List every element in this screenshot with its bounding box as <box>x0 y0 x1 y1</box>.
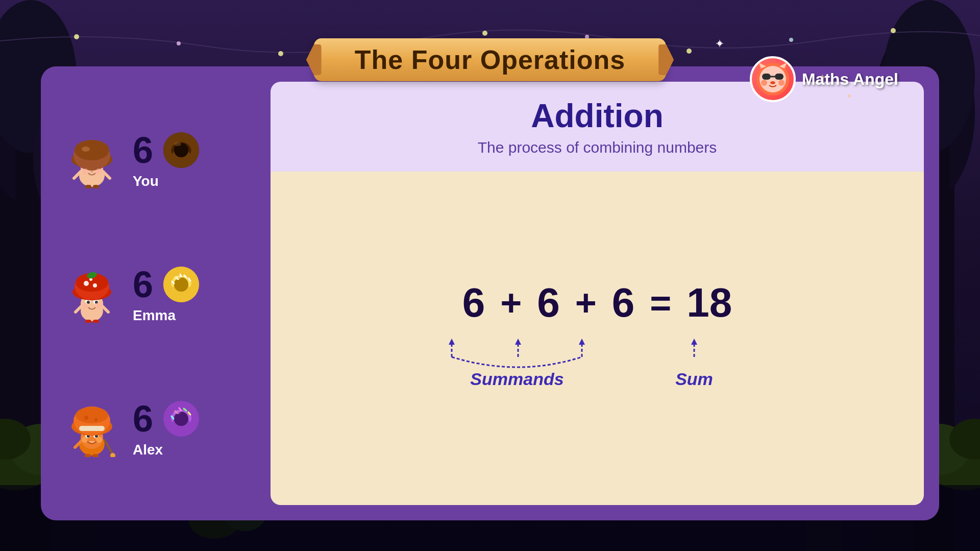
svg-point-46 <box>778 80 785 86</box>
svg-point-89 <box>95 302 102 308</box>
svg-rect-60 <box>85 185 91 188</box>
name-alex: Alex <box>133 442 163 458</box>
page-title: The Four Operations <box>355 44 625 75</box>
svg-point-112 <box>84 416 88 420</box>
svg-point-88 <box>82 302 88 308</box>
left-panel: 6 You <box>56 82 255 505</box>
svg-rect-90 <box>85 320 91 323</box>
eq-num1: 6 <box>462 279 485 326</box>
character-info-emma: 6 <box>133 263 202 324</box>
name-you: You <box>133 173 159 189</box>
svg-point-118 <box>96 437 102 443</box>
avatar-alex <box>61 397 122 459</box>
svg-line-114 <box>105 440 113 454</box>
addition-title: Addition <box>291 97 903 135</box>
svg-point-130 <box>174 410 181 414</box>
count-emma: 6 <box>133 263 153 305</box>
count-alex: 6 <box>133 398 153 440</box>
eq-result: 18 <box>687 279 732 326</box>
svg-rect-120 <box>92 454 99 457</box>
right-panel: Addition The process of combining number… <box>271 82 924 505</box>
svg-point-82 <box>84 281 89 286</box>
svg-marker-134 <box>515 339 521 345</box>
svg-rect-61 <box>93 185 99 188</box>
svg-point-113 <box>94 418 97 421</box>
svg-rect-119 <box>85 454 91 457</box>
svg-line-100 <box>180 274 181 277</box>
svg-point-101 <box>174 276 181 280</box>
donut-you <box>161 130 202 171</box>
main-card: The Four Operations <box>41 66 939 520</box>
svg-point-117 <box>82 437 88 443</box>
svg-point-62 <box>82 169 88 175</box>
addition-body: 6 + 6 + 6 = 18 <box>271 172 924 505</box>
svg-text:Sum: Sum <box>675 369 713 389</box>
eq-op1: + <box>500 282 522 324</box>
svg-text:Summands: Summands <box>470 369 564 389</box>
name-emma: Emma <box>133 307 176 324</box>
svg-point-115 <box>110 453 115 457</box>
svg-rect-91 <box>93 320 99 323</box>
svg-rect-42 <box>775 74 783 80</box>
logo-icon <box>750 56 796 102</box>
svg-marker-139 <box>691 339 697 345</box>
avatar-you <box>61 129 122 190</box>
svg-rect-41 <box>762 74 771 80</box>
svg-point-53 <box>90 171 93 173</box>
svg-point-56 <box>75 140 109 160</box>
svg-rect-111 <box>79 426 105 431</box>
equation: 6 + 6 + 6 = 18 <box>462 279 732 326</box>
svg-point-83 <box>93 283 97 288</box>
character-info-you: 6 You <box>133 129 202 189</box>
eq-equals: = <box>650 282 671 324</box>
donut-alex <box>161 398 202 439</box>
avatar-emma <box>61 263 122 324</box>
character-row-you: 6 You <box>61 129 250 190</box>
logo-text: Maths Angel <box>802 70 898 89</box>
addition-subtitle: The process of combining numbers <box>291 139 903 156</box>
count-row-you: 6 <box>133 129 202 171</box>
annotation-area: Summands Sum <box>291 337 903 398</box>
svg-point-57 <box>82 147 90 152</box>
count-row-alex: 6 <box>133 398 202 440</box>
eq-num2: 6 <box>537 279 560 326</box>
donut-emma <box>161 264 202 305</box>
svg-point-63 <box>95 169 102 175</box>
svg-point-45 <box>761 80 767 86</box>
count-you: 6 <box>133 129 153 171</box>
character-row-alex: 6 <box>61 397 250 459</box>
eq-num3: 6 <box>612 279 635 326</box>
character-row-emma: 6 <box>61 263 250 324</box>
logo: Maths Angel <box>750 56 898 102</box>
svg-point-68 <box>174 142 181 146</box>
eq-op2: + <box>575 282 597 324</box>
svg-marker-136 <box>579 339 585 345</box>
character-info-alex: 6 <box>133 398 202 458</box>
count-row-emma: 6 <box>133 263 202 305</box>
svg-point-44 <box>770 81 775 84</box>
svg-point-110 <box>76 407 108 423</box>
svg-marker-132 <box>449 339 455 345</box>
title-banner: The Four Operations <box>314 38 666 81</box>
annotation-svg: Summands Sum <box>424 337 771 398</box>
